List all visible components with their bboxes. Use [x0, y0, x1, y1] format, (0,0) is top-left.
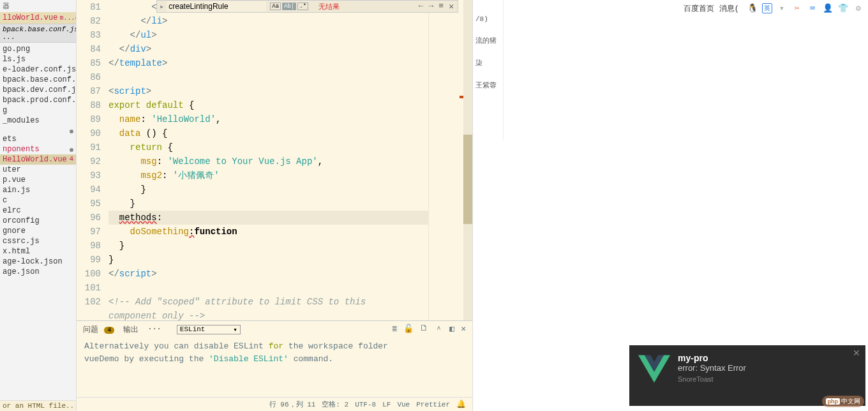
panel-tab-problems[interactable]: 问题 4: [83, 324, 114, 335]
status-bar: 行 96，列 11 空格: 2 UTF-8 LF Vue Prettier 🔔: [77, 397, 472, 411]
link-messages[interactable]: 消息(: [719, 3, 739, 14]
link-baidu-home[interactable]: 百度首页: [684, 3, 714, 14]
dropdown-icon[interactable]: ▾: [776, 3, 788, 14]
file-item[interactable]: HelloWorld.vue4: [0, 154, 76, 165]
panel-tab-more[interactable]: ···: [147, 325, 161, 334]
code-line[interactable]: </li>: [108, 14, 428, 28]
panel-layout-icon[interactable]: ◧: [449, 324, 454, 335]
panel-output: Alternatively you can disable ESLint for…: [77, 338, 472, 368]
status-formatter[interactable]: Prettier: [416, 401, 450, 408]
person-icon[interactable]: 👤: [822, 3, 834, 14]
status-line-col[interactable]: 行 96，列 11: [269, 400, 316, 409]
file-item[interactable]: g: [0, 105, 76, 116]
find-case-icon[interactable]: Aa: [270, 3, 281, 10]
code-line[interactable]: <!-- Add "scoped" attribute to limit CSS…: [108, 295, 428, 309]
error-badge: 4: [69, 155, 73, 163]
code-line[interactable]: methods:: [108, 211, 428, 225]
right-pane: /8) 流的猪 柒 王紫蓉 百度首页 消息( 🐧 英 ▾ ✂ ⌨ 👤 👕 ⚙ m…: [472, 0, 868, 411]
modified-dot-icon: [70, 130, 73, 133]
file-item[interactable]: ls.js: [0, 54, 76, 64]
file-item[interactable]: bpack.dev.conf.js: [0, 85, 76, 95]
status-eol[interactable]: LF: [382, 401, 391, 408]
find-input[interactable]: [167, 1, 266, 11]
panel-close-icon[interactable]: ✕: [461, 324, 466, 335]
code-line[interactable]: name: 'HelloWorld',: [108, 112, 428, 126]
code-line[interactable]: return {: [108, 140, 428, 154]
find-selection-icon[interactable]: ≡: [438, 1, 444, 11]
scrollbar-vertical[interactable]: [463, 0, 472, 320]
scissors-icon[interactable]: ✂: [791, 3, 803, 14]
shirt-icon[interactable]: 👕: [837, 3, 849, 14]
panel-wrap-icon[interactable]: ≣: [393, 324, 398, 335]
tab-filename: lloWorld.vue: [3, 13, 57, 22]
find-toggle[interactable]: ▸: [157, 1, 167, 13]
lang-badge[interactable]: 英: [762, 3, 772, 13]
minimap[interactable]: [428, 0, 463, 320]
code-line[interactable]: component only -->: [108, 309, 428, 320]
scrollbar-thumb[interactable]: [463, 135, 472, 225]
code-line[interactable]: </script>: [108, 267, 428, 281]
file-item[interactable]: age.json: [0, 267, 76, 277]
code-line[interactable]: data () {: [108, 126, 428, 140]
code-line[interactable]: </ul>: [108, 28, 428, 42]
code-line[interactable]: [108, 281, 428, 295]
status-spaces[interactable]: 空格: 2: [322, 400, 348, 409]
penguin-icon[interactable]: 🐧: [747, 3, 758, 14]
tab-modified: m...: [59, 15, 75, 22]
notification-bell-icon[interactable]: 🔔: [456, 400, 466, 409]
file-item[interactable]: p.vue: [0, 175, 76, 185]
find-prev-icon[interactable]: ←: [419, 1, 424, 11]
file-item[interactable]: orconfig: [0, 216, 76, 226]
file-item[interactable]: ain.js: [0, 185, 76, 195]
code-line[interactable]: }: [108, 239, 428, 253]
file-item[interactable]: bpack.prod.conf.js: [0, 95, 76, 105]
panel-lock-icon[interactable]: 🔓: [403, 324, 414, 335]
gear-icon[interactable]: ⚙: [853, 3, 864, 14]
panel-collapse-icon[interactable]: ＾: [435, 324, 443, 335]
find-regex-icon[interactable]: .*: [297, 3, 308, 10]
toast-close-icon[interactable]: ✕: [853, 348, 860, 358]
file-item[interactable]: x.html: [0, 246, 76, 257]
editor-tab-active[interactable]: lloWorld.vue m... 4: [0, 12, 76, 24]
code-content[interactable]: </li> </li> </ul> </div></template><scri…: [108, 0, 428, 320]
file-item[interactable]: e-loader.conf.js: [0, 64, 76, 75]
code-line[interactable]: }: [108, 253, 428, 267]
panel-clear-icon[interactable]: 🗋: [420, 324, 428, 335]
file-explorer: go.pngls.jse-loader.conf.jsbpack.base.co…: [0, 43, 76, 278]
find-next-icon[interactable]: →: [429, 1, 434, 11]
page-strip: /8) 流的猪 柒 王紫蓉: [473, 0, 504, 140]
file-item[interactable]: c: [0, 195, 76, 206]
code-line[interactable]: msg: 'Welcome to Your Vue.js App',: [108, 154, 428, 168]
status-encoding[interactable]: UTF-8: [355, 401, 376, 408]
code-line[interactable]: <script>: [108, 84, 428, 98]
status-language[interactable]: Vue: [397, 401, 410, 408]
find-close-icon[interactable]: ✕: [449, 1, 454, 11]
output-channel-select[interactable]: ESLint ▾: [177, 325, 241, 334]
file-item[interactable]: go.png: [0, 44, 76, 54]
code-line[interactable]: }: [108, 183, 428, 197]
code-line[interactable]: export default {: [108, 98, 428, 112]
find-word-icon[interactable]: Ab|: [282, 3, 296, 10]
editor-tab-secondary[interactable]: bpack.base.conf.js ...: [0, 24, 76, 43]
file-item[interactable]: elrc: [0, 206, 76, 216]
file-item[interactable]: cssrc.js: [0, 236, 76, 246]
file-item[interactable]: gnore: [0, 226, 76, 236]
file-item[interactable]: ets: [0, 134, 76, 144]
keyboard-icon[interactable]: ⌨: [807, 3, 818, 14]
code-line[interactable]: [108, 70, 428, 84]
file-item[interactable]: bpack.base.conf.js: [0, 75, 76, 85]
code-line[interactable]: }: [108, 197, 428, 211]
page-count-fragment: /8): [475, 15, 500, 23]
code-line[interactable]: </div>: [108, 42, 428, 56]
file-item[interactable]: nponents: [0, 144, 76, 154]
file-item[interactable]: [0, 126, 76, 134]
code-line[interactable]: </template>: [108, 56, 428, 70]
file-item[interactable]: _modules: [0, 116, 76, 126]
code-line[interactable]: msg2: '小猪佩奇': [108, 168, 428, 183]
file-item[interactable]: uter: [0, 165, 76, 175]
watermark: php中文网: [822, 396, 865, 407]
panel-tab-output[interactable]: 输出: [123, 324, 138, 335]
toast-message: error: Syntax Error: [678, 363, 746, 373]
file-item[interactable]: age-lock.json: [0, 257, 76, 267]
code-line[interactable]: doSomething:function: [108, 225, 428, 239]
